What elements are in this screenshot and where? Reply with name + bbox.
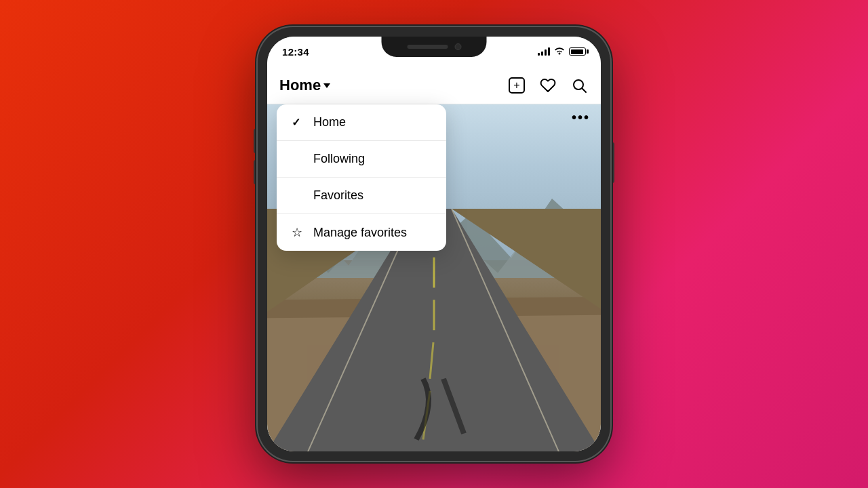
app-header: Home +	[267, 66, 601, 104]
svg-line-1	[583, 88, 587, 92]
power-button[interactable]	[610, 142, 614, 183]
add-button[interactable]: +	[507, 76, 526, 95]
search-icon	[571, 77, 587, 94]
menu-item-favorites-label: Favorites	[313, 188, 363, 203]
notch-camera	[454, 43, 461, 50]
app-background: 12:34 Home	[0, 0, 868, 488]
menu-item-manage[interactable]: ☆ Manage favorites	[277, 214, 446, 251]
header-actions: +	[507, 76, 589, 95]
dropdown-menu: ✓ Home Following Favorites ☆ Manage favo…	[277, 104, 446, 251]
more-options-button[interactable]: •••	[572, 110, 590, 125]
heart-button[interactable]	[538, 76, 557, 95]
star-icon: ☆	[292, 225, 305, 240]
chevron-down-icon	[323, 83, 330, 88]
header-title-button[interactable]: Home	[279, 77, 330, 94]
notch-speaker	[407, 45, 448, 49]
menu-item-following[interactable]: Following	[277, 141, 446, 178]
menu-item-home-label: Home	[313, 115, 346, 129]
status-icons	[538, 47, 586, 56]
phone-wrapper: 12:34 Home	[258, 27, 610, 461]
signal-icon	[538, 47, 550, 56]
menu-item-home[interactable]: ✓ Home	[277, 104, 446, 141]
notch	[382, 37, 487, 57]
menu-item-favorites[interactable]: Favorites	[277, 178, 446, 214]
menu-item-following-label: Following	[313, 152, 365, 166]
heart-icon	[540, 77, 556, 94]
search-button[interactable]	[570, 76, 589, 95]
add-icon: +	[509, 77, 525, 94]
status-time: 12:34	[282, 46, 309, 58]
home-title: Home	[279, 77, 321, 94]
wifi-icon	[554, 47, 565, 56]
phone-screen: 12:34 Home	[267, 37, 601, 451]
battery-icon	[569, 47, 586, 56]
menu-item-manage-label: Manage favorites	[313, 226, 407, 240]
check-icon: ✓	[292, 116, 305, 129]
battery-fill	[571, 49, 583, 54]
